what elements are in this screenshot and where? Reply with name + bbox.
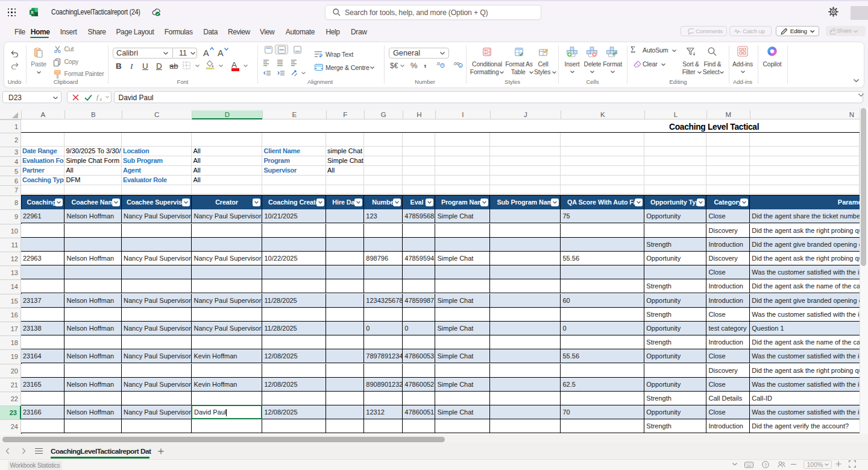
svg-text:f: f	[96, 94, 99, 101]
svg-text:X: X	[31, 9, 34, 14]
svg-text:.0: .0	[436, 61, 440, 66]
svg-text:Z: Z	[689, 48, 691, 52]
svg-text:?: ?	[764, 462, 767, 467]
svg-text:x: x	[99, 97, 102, 102]
